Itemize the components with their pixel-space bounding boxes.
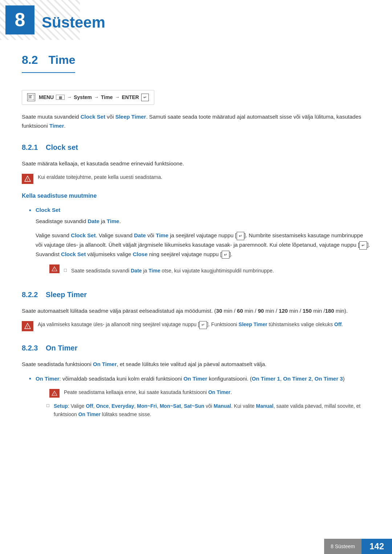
enter-icon-3: ↵ [359,241,367,250]
svg-text:!: ! [54,268,54,271]
subsection-8-2-3-title: 8.2.3 On Timer [22,342,370,354]
on-timer-para: On Timer: võimaldab seadistada kuni kolm… [36,374,370,383]
chapter-number: 8 [15,5,25,35]
section-8-2-3-body: Saate seadistada funktsiooni On Timer, e… [22,360,370,369]
note-8-2-3-text: Peate seadistama kellaaja enne, kui saat… [64,388,232,396]
enter-icon-4: ↵ [222,251,229,259]
note-box-8-2-3: ! Peate seadistama kellaaja enne, kui sa… [49,388,370,398]
sub-heading-kella: Kella seadistuse muutmine [22,191,370,201]
section-8-2-1-body: Saate määrata kellaaja, et kasutada sead… [22,159,370,168]
clock-set-para: Valige suvand Clock Set. Valige suvand D… [36,231,370,259]
note-box-8-2-2: ! Aja valimiseks kasutage üles- ja allan… [22,320,370,331]
svg-text:!: ! [54,393,54,395]
bullet-sub1: Seadistage suvandid Date ja Time. [36,217,370,226]
chapter-title: Süsteem [42,10,105,34]
svg-rect-2 [29,97,31,97]
note-8-2-2-text: Aja valimiseks kasutage üles- ja allanoo… [38,320,343,329]
svg-text:!: ! [27,325,28,329]
enter-icon-2: ↵ [237,232,244,240]
note-icon-1: ! [22,174,33,184]
page-header: 8 Süsteem [0,0,392,40]
svg-rect-3 [29,98,32,98]
note-icon-3: ! [22,321,33,331]
note-2-item: Saate seadistada suvandi Date ja Time ot… [64,267,274,275]
intro-paragraph: Saate muuta suvandeid Clock Set või Slee… [22,112,370,131]
page-footer: 8 Süsteem 142 [324,539,392,554]
enter-icon-5: ↵ [199,321,207,329]
note-2-list: Saate seadistada suvandi Date ja Time ot… [64,267,274,278]
section-8-2-2-body: Saate automaatselt lülitada seadme välja… [22,306,370,316]
section-8-2-header: 8.2 Time [22,51,370,82]
bullet-list-8-2-3: On Timer: võimaldab seadistada kuni kolm… [22,374,370,418]
note-icon-4: ! [49,389,60,398]
svg-text:!: ! [27,178,28,181]
subsection-8-2-2-title: 8.2.2 Sleep Timer [22,289,370,300]
bullet-list-8-2-1: Clock Set Seadistage suvandid Date ja Ti… [22,206,370,278]
enter-icon: ↵ [141,94,149,102]
footer-page-number: 142 [362,539,392,554]
bullet-item-clock-set: Clock Set Seadistage suvandid Date ja Ti… [29,206,370,278]
footer-chapter: 8 Süsteem [324,539,362,554]
section-8-2-title: 8.2 Time [22,51,75,73]
note-box-2: ! Saate seadistada suvandi Date ja Time … [49,264,370,278]
svg-rect-1 [29,95,32,96]
subsection-8-2-1-title: 8.2.1 Clock set [22,141,370,153]
square-bullet-list-8-2-3: Setup: Valige Off, Once, Everyday, Mon~F… [36,402,370,418]
note-icon-2: ! [49,264,60,273]
chapter-number-box: 8 [5,5,34,34]
nav-breadcrumb: MENU ▦ → System → Time → ENTER ↵ [22,90,154,104]
square-bullet-setup: Setup: Valige Off, Once, Everyday, Mon~F… [46,402,370,418]
main-content: 8.2 Time MENU ▦ → System → Time → ENTER … [0,51,392,451]
menu-remote-icon [27,93,35,101]
remote-icon: ▦ [56,95,65,100]
bullet-item-on-timer: On Timer: võimaldab seadistada kuni kolm… [29,374,370,418]
note-box-1: ! Kui eraldate toitejuhtme, peate kella … [22,173,370,184]
